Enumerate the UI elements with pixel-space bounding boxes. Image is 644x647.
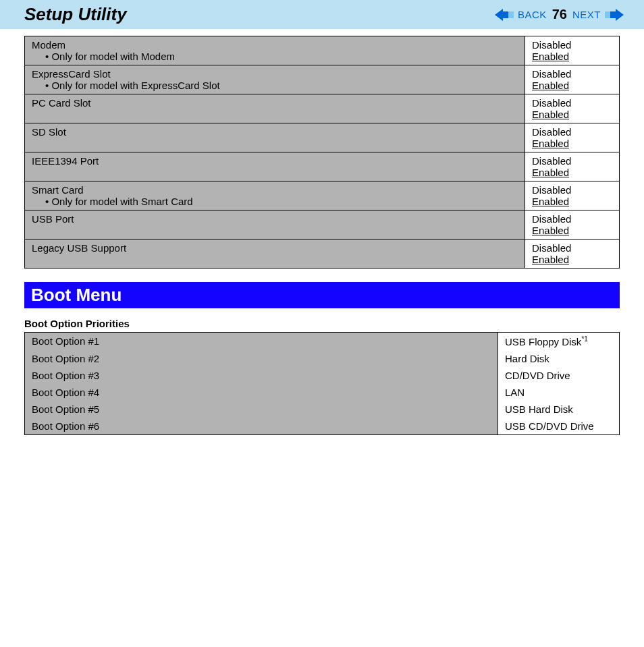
content-area: ModemOnly for model with ModemDisabledEn… [0, 29, 644, 449]
setting-value-cell: DisabledEnabled [525, 94, 620, 123]
setting-name-cell: ModemOnly for model with Modem [25, 36, 525, 65]
option-disabled: Disabled [532, 242, 615, 254]
boot-option-row: Boot Option #5USB Hard Disk [25, 401, 620, 418]
setting-value-cell: DisabledEnabled [525, 210, 620, 240]
svg-marker-2 [605, 11, 610, 18]
option-enabled: Enabled [532, 254, 615, 265]
boot-option-label: Boot Option #5 [25, 401, 498, 418]
setting-name: Smart Card [32, 184, 520, 196]
settings-row: IEEE1394 PortDisabledEnabled [25, 152, 620, 181]
settings-row: Legacy USB SupportDisabledEnabled [25, 240, 620, 269]
boot-option-label: Boot Option #3 [25, 367, 498, 384]
boot-option-label: Boot Option #4 [25, 384, 498, 401]
boot-options-table: Boot Option #1USB Floppy Disk*1Boot Opti… [24, 332, 620, 435]
setting-name: Legacy USB Support [32, 242, 520, 254]
settings-row: ExpressCard SlotOnly for model with Expr… [25, 65, 620, 94]
boot-option-value: USB CD/DVD Drive [498, 418, 620, 435]
setting-name: SD Slot [32, 126, 520, 138]
boot-subheading: Boot Option Priorities [24, 318, 620, 329]
boot-option-row: Boot Option #6USB CD/DVD Drive [25, 418, 620, 435]
svg-marker-3 [610, 9, 624, 21]
arrow-left-icon[interactable] [495, 9, 514, 21]
settings-row: USB PortDisabledEnabled [25, 210, 620, 240]
boot-option-label: Boot Option #2 [25, 350, 498, 367]
option-enabled: Enabled [532, 80, 615, 91]
option-disabled: Disabled [532, 97, 615, 109]
page-number: 76 [551, 7, 568, 22]
boot-menu-banner: Boot Menu [24, 282, 620, 308]
settings-row: SD SlotDisabledEnabled [25, 123, 620, 152]
settings-row: ModemOnly for model with ModemDisabledEn… [25, 36, 620, 65]
setting-value-cell: DisabledEnabled [525, 181, 620, 210]
boot-option-value: USB Floppy Disk*1 [498, 333, 620, 351]
setting-name: IEEE1394 Port [32, 155, 520, 167]
option-disabled: Disabled [532, 213, 615, 225]
option-disabled: Disabled [532, 68, 615, 80]
settings-row: PC Card SlotDisabledEnabled [25, 94, 620, 123]
boot-option-row: Boot Option #4LAN [25, 384, 620, 401]
boot-option-label: Boot Option #6 [25, 418, 498, 435]
setting-value-cell: DisabledEnabled [525, 36, 620, 65]
boot-option-value: Hard Disk [498, 350, 620, 367]
option-enabled: Enabled [532, 138, 615, 149]
setting-name-cell: SD Slot [25, 123, 525, 152]
next-link[interactable]: NEXT [572, 9, 601, 20]
setting-value-cell: DisabledEnabled [525, 65, 620, 94]
setting-name: ExpressCard Slot [32, 68, 520, 80]
boot-option-row: Boot Option #3CD/DVD Drive [25, 367, 620, 384]
setting-value-cell: DisabledEnabled [525, 123, 620, 152]
boot-option-label: Boot Option #1 [25, 333, 498, 351]
option-enabled: Enabled [532, 109, 615, 120]
boot-option-value: CD/DVD Drive [498, 367, 620, 384]
option-enabled: Enabled [532, 225, 615, 236]
setting-name-cell: IEEE1394 Port [25, 152, 525, 181]
setting-note: Only for model with Smart Card [32, 196, 520, 207]
boot-option-footnote: *1 [581, 335, 587, 343]
back-link[interactable]: BACK [518, 9, 547, 20]
setting-value-cell: DisabledEnabled [525, 240, 620, 269]
boot-option-value: USB Hard Disk [498, 401, 620, 418]
option-enabled: Enabled [532, 51, 615, 62]
setting-name-cell: Legacy USB Support [25, 240, 525, 269]
header-bar: Setup Utility BACK 76 NEXT [0, 0, 644, 29]
settings-table: ModemOnly for model with ModemDisabledEn… [24, 36, 620, 269]
boot-option-row: Boot Option #1USB Floppy Disk*1 [25, 333, 620, 351]
settings-row: Smart CardOnly for model with Smart Card… [25, 181, 620, 210]
option-enabled: Enabled [532, 196, 615, 207]
svg-marker-0 [495, 9, 508, 21]
svg-marker-1 [508, 11, 514, 18]
boot-option-row: Boot Option #2Hard Disk [25, 350, 620, 367]
setting-note: Only for model with Modem [32, 51, 520, 62]
option-disabled: Disabled [532, 184, 615, 196]
setting-note: Only for model with ExpressCard Slot [32, 80, 520, 91]
boot-option-value: LAN [498, 384, 620, 401]
setting-value-cell: DisabledEnabled [525, 152, 620, 181]
page-title: Setup Utility [24, 4, 127, 25]
option-disabled: Disabled [532, 39, 615, 51]
option-enabled: Enabled [532, 167, 615, 178]
setting-name: PC Card Slot [32, 97, 520, 109]
setting-name: USB Port [32, 213, 520, 225]
option-disabled: Disabled [532, 155, 615, 167]
setting-name-cell: Smart CardOnly for model with Smart Card [25, 181, 525, 210]
arrow-right-icon[interactable] [605, 9, 624, 21]
setting-name-cell: PC Card Slot [25, 94, 525, 123]
setting-name-cell: USB Port [25, 210, 525, 240]
option-disabled: Disabled [532, 126, 615, 138]
setting-name-cell: ExpressCard SlotOnly for model with Expr… [25, 65, 525, 94]
nav-cluster: BACK 76 NEXT [495, 7, 624, 22]
setting-name: Modem [32, 39, 520, 51]
